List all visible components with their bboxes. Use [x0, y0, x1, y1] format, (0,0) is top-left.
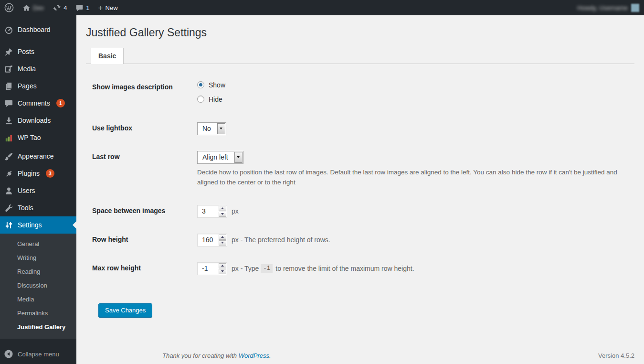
sidebar-item-comments[interactable]: Comments 1: [0, 95, 76, 112]
download-icon: [4, 116, 13, 125]
row-height-input[interactable]: [198, 234, 218, 246]
submenu-item-general[interactable]: General: [0, 237, 76, 251]
admin-bar-right: Howdy, Username: [577, 4, 644, 12]
space-between-images-input[interactable]: [198, 205, 218, 217]
sidebar-item-tools[interactable]: Tools: [0, 199, 76, 216]
comments-badge: 1: [56, 99, 65, 107]
chevron-down-icon: [220, 128, 222, 129]
stepper-up-button[interactable]: [219, 206, 226, 211]
sidebar-item-appearance[interactable]: Appearance: [0, 148, 76, 165]
site-name: Dev: [33, 4, 44, 11]
comments-count: 1: [86, 4, 89, 11]
dashboard-icon: [4, 25, 13, 34]
sidebar-item-settings[interactable]: Settings: [0, 216, 76, 234]
submenu-item-permalinks[interactable]: Permalinks: [0, 306, 76, 320]
select-dropdown-button[interactable]: [234, 152, 243, 163]
howdy-account-text[interactable]: Howdy, Username: [577, 4, 628, 11]
field-suffix: px: [232, 207, 239, 215]
bar-chart-icon: [4, 133, 13, 142]
stepper-down-button[interactable]: [219, 240, 226, 246]
version-label: Version 4.5.2: [598, 352, 634, 359]
media-icon: [4, 64, 13, 74]
stepper-down-button[interactable]: [219, 269, 226, 274]
new-menu[interactable]: + New: [94, 0, 122, 15]
stepper-up-button[interactable]: [219, 235, 226, 240]
field-label: Show images description: [92, 81, 197, 103]
sidebar-item-dashboard[interactable]: Dashboard: [0, 21, 76, 38]
submenu-item-media[interactable]: Media: [0, 292, 76, 306]
menu-separator: [0, 38, 76, 43]
row-last-row: Last row Align left Decide how to positi…: [92, 151, 634, 188]
pushpin-icon: [4, 47, 13, 56]
radio-hide[interactable]: Hide: [197, 96, 634, 103]
select-dropdown-button[interactable]: [217, 123, 225, 134]
arrow-up-icon: [221, 236, 224, 238]
row-row-height: Row height px - The preferred height of …: [92, 234, 634, 246]
field-suffix-before: px - Type: [232, 265, 259, 272]
radio-button-checked[interactable]: [197, 81, 204, 88]
chevron-down-icon: [237, 156, 240, 158]
save-changes-button[interactable]: Save Changes: [98, 303, 152, 317]
paintbrush-icon: [4, 151, 13, 161]
number-stepper: [219, 263, 226, 274]
thanks-period: .: [269, 352, 271, 359]
row-height-input-wrap: [197, 234, 227, 246]
sidebar-item-label: Pages: [18, 82, 37, 90]
arrow-down-icon: [221, 242, 224, 244]
sidebar-item-media[interactable]: Media: [0, 60, 76, 77]
updates-menu[interactable]: 4: [48, 0, 71, 15]
sidebar-item-posts[interactable]: Posts: [0, 43, 76, 60]
tab-bar: Basic: [86, 48, 634, 64]
plugins-badge: 3: [46, 169, 54, 178]
row-show-images-description: Show images description Show Hide: [92, 81, 634, 103]
wp-logo-menu[interactable]: [0, 0, 18, 15]
footer-thanks: Thank you for creating with WordPress.: [162, 352, 271, 359]
submenu-item-justified-gallery[interactable]: Justified Gallery: [0, 320, 76, 334]
collapse-menu-button[interactable]: Collapse menu: [0, 345, 76, 363]
field-label: Use lightbox: [92, 122, 197, 135]
submenu-item-writing[interactable]: Writing: [0, 251, 76, 265]
settings-sliders-icon: [4, 220, 13, 230]
sidebar-item-label: Settings: [18, 221, 42, 229]
row-space-between-images: Space between images px: [92, 205, 634, 218]
field-suffix: px - The preferred height of rows.: [232, 236, 330, 244]
stepper-up-button[interactable]: [219, 263, 226, 268]
site-menu[interactable]: Dev: [18, 0, 48, 15]
tab-basic[interactable]: Basic: [91, 48, 124, 64]
code-chip: -1: [261, 264, 273, 273]
max-row-height-input-wrap: [197, 262, 227, 275]
sidebar-item-wp-tao[interactable]: WP Tao: [0, 129, 76, 146]
field-label: Last row: [92, 151, 197, 188]
sidebar-item-users[interactable]: Users: [0, 182, 76, 199]
submenu-item-discussion[interactable]: Discussion: [0, 278, 76, 292]
avatar[interactable]: [631, 4, 639, 12]
pages-icon: [4, 81, 13, 91]
sidebar-item-label: Plugins: [18, 170, 40, 177]
sidebar-item-plugins[interactable]: Plugins 3: [0, 165, 76, 182]
select-value: Align left: [198, 151, 234, 163]
row-max-row-height: Max row height px - Type -1 to remove th…: [92, 262, 634, 275]
last-row-select[interactable]: Align left: [197, 151, 243, 164]
footer: Thank you for creating with WordPress. V…: [162, 352, 634, 359]
arrow-up-icon: [221, 265, 224, 267]
sidebar-item-label: Appearance: [18, 152, 54, 160]
sidebar-item-label: Dashboard: [18, 26, 51, 33]
wrench-icon: [4, 203, 13, 213]
admin-bar: Dev 4 1 + New Howdy, Username: [0, 0, 644, 15]
number-stepper: [219, 206, 226, 217]
sidebar-item-label: Comments: [18, 99, 50, 107]
thanks-text: Thank you for creating with: [162, 352, 239, 359]
submenu-item-reading[interactable]: Reading: [0, 265, 76, 278]
radio-show[interactable]: Show: [197, 81, 634, 89]
sidebar-item-downloads[interactable]: Downloads: [0, 112, 76, 129]
radio-button[interactable]: [197, 96, 204, 103]
stepper-down-button[interactable]: [219, 212, 226, 217]
radio-label: Hide: [209, 96, 222, 103]
comments-menu[interactable]: 1: [71, 0, 94, 15]
sidebar-item-pages[interactable]: Pages: [0, 77, 76, 95]
wordpress-link[interactable]: WordPress: [239, 352, 269, 359]
max-row-height-input[interactable]: [198, 263, 218, 275]
field-label: Space between images: [92, 205, 197, 218]
use-lightbox-select[interactable]: No: [197, 122, 226, 135]
settings-submenu: General Writing Reading Discussion Media…: [0, 234, 76, 339]
